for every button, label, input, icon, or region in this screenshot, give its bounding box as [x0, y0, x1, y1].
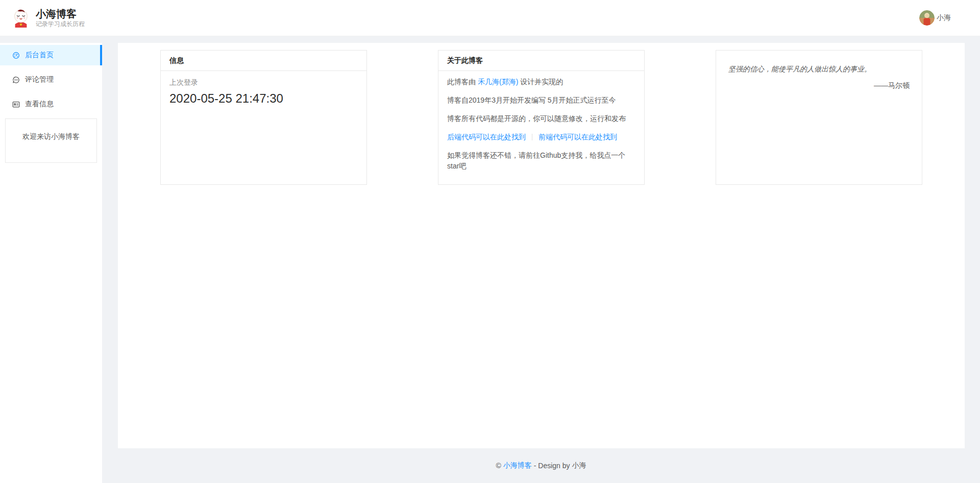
content-panel: 信息 上次登录 2020-05-25 21:47:30 关于此博客 此博客由禾几…	[118, 43, 965, 448]
blog-logo-icon	[11, 8, 31, 28]
info-card-title: 信息	[161, 51, 366, 71]
about-line-author: 此博客由禾几海(郑海)设计并实现的	[447, 77, 635, 87]
message-icon	[12, 76, 20, 84]
sidebar-item-view-info[interactable]: 查看信息	[0, 94, 102, 114]
about-line-history: 博客自2019年3月开始开发编写 5月开始正式运行至今	[447, 95, 635, 106]
welcome-text: 欢迎来访小海博客	[22, 132, 80, 140]
vertical-divider	[532, 134, 532, 140]
app-header: 小海博客 记录学习成长历程 小海	[0, 0, 980, 36]
footer-author: 小海	[572, 461, 586, 470]
quote-author: ——马尔顿	[728, 81, 910, 90]
quote-card-body: 坚强的信心，能使平凡的人做出惊人的事业。 ——马尔顿	[716, 51, 922, 104]
info-card: 信息 上次登录 2020-05-25 21:47:30	[160, 50, 367, 185]
quote-text: 坚强的信心，能使平凡的人做出惊人的事业。	[728, 64, 910, 75]
sidebar-item-comments[interactable]: 评论管理	[0, 69, 102, 90]
about-card-title: 关于此博客	[438, 51, 644, 71]
site-subtitle: 记录学习成长历程	[36, 20, 85, 28]
sidebar: 后台首页 评论管理	[0, 36, 102, 483]
about-line-star: 如果觉得博客还不错，请前往Github支持我，给我点一个star吧	[447, 150, 635, 172]
idcard-icon	[12, 101, 20, 108]
sidebar-item-label: 查看信息	[25, 100, 54, 109]
sidebar-menu: 后台首页 评论管理	[0, 43, 102, 483]
dashboard-icon	[12, 52, 20, 59]
last-login-label: 上次登录	[169, 77, 358, 87]
sidebar-item-label: 评论管理	[25, 75, 54, 84]
page-shell: 后台首页 评论管理	[0, 36, 980, 483]
user-menu[interactable]: 小海	[919, 10, 951, 26]
sidebar-welcome-box: 欢迎来访小海博客	[5, 118, 97, 163]
backend-code-link[interactable]: 后端代码可以在此处找到	[447, 133, 526, 141]
author-link[interactable]: 禾几海(郑海)	[478, 78, 518, 86]
about-line-code-links: 后端代码可以在此处找到前端代码可以在此处找到	[447, 132, 635, 142]
last-login-value: 2020-05-25 21:47:30	[169, 90, 358, 107]
footer-design-by: - Design by	[534, 462, 570, 470]
page-footer: © 小海博客 - Design by 小海	[102, 448, 980, 483]
site-title: 小海博客	[36, 8, 85, 20]
quote-card: 坚强的信心，能使平凡的人做出惊人的事业。 ——马尔顿	[716, 50, 922, 185]
username-label: 小海	[937, 13, 951, 22]
about-card-body: 此博客由禾几海(郑海)设计并实现的 博客自2019年3月开始开发编写 5月开始正…	[438, 71, 644, 185]
footer-site-link[interactable]: 小海博客	[503, 461, 532, 470]
user-avatar[interactable]	[919, 10, 935, 26]
info-card-body: 上次登录 2020-05-25 21:47:30	[161, 71, 366, 113]
frontend-code-link[interactable]: 前端代码可以在此处找到	[538, 133, 617, 141]
copyright-symbol: ©	[496, 462, 501, 470]
sidebar-item-dashboard[interactable]: 后台首页	[0, 45, 102, 65]
cards-row: 信息 上次登录 2020-05-25 21:47:30 关于此博客 此博客由禾几…	[160, 50, 922, 185]
main-area: 信息 上次登录 2020-05-25 21:47:30 关于此博客 此博客由禾几…	[102, 36, 980, 483]
about-card: 关于此博客 此博客由禾几海(郑海)设计并实现的 博客自2019年3月开始开发编写…	[438, 50, 645, 185]
about-line-opensource: 博客所有代码都是开源的，你可以随意修改，运行和发布	[447, 113, 635, 124]
sidebar-item-label: 后台首页	[25, 51, 54, 60]
brand-logo-link[interactable]: 小海博客 记录学习成长历程	[11, 8, 85, 28]
